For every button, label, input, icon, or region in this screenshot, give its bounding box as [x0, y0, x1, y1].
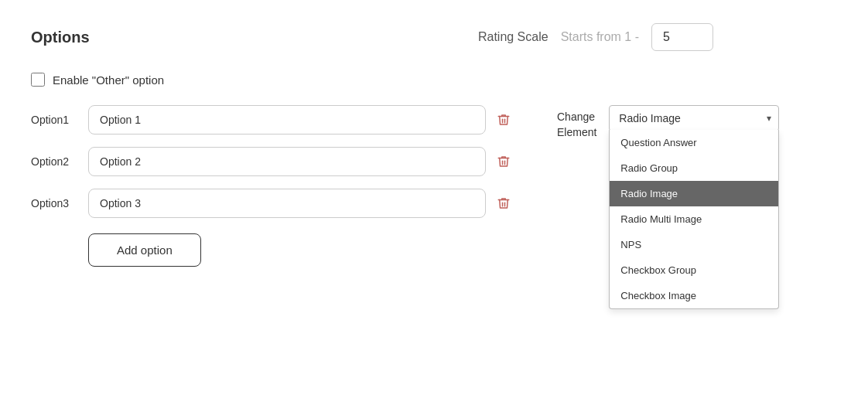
rating-scale-label: Rating Scale: [478, 30, 548, 44]
starts-from-label: Starts from 1 -: [561, 30, 639, 44]
option-input-1[interactable]: [88, 105, 486, 134]
element-select-wrapper: Question AnswerRadio GroupRadio ImageRad…: [609, 105, 779, 131]
option-label-1: Option1: [31, 114, 77, 126]
right-panel: ChangeElement Question AnswerRadio Group…: [557, 105, 779, 267]
element-select[interactable]: Question AnswerRadio GroupRadio ImageRad…: [609, 105, 779, 131]
dropdown-item[interactable]: Question Answer: [610, 130, 778, 155]
options-title: Options: [31, 29, 90, 46]
delete-option-1-button[interactable]: [497, 113, 511, 127]
option-input-2[interactable]: [88, 147, 486, 176]
option-label-2: Option2: [31, 155, 77, 168]
dropdown-item[interactable]: Checkbox Group: [610, 257, 778, 283]
add-option-button[interactable]: Add option: [88, 233, 201, 267]
option-label-3: Option3: [31, 197, 77, 209]
option-row: Option1: [31, 105, 511, 134]
dropdown-item[interactable]: NPS: [610, 232, 778, 257]
delete-option-2-button[interactable]: [497, 155, 511, 169]
option-row: Option2: [31, 147, 511, 176]
delete-option-3-button[interactable]: [497, 196, 511, 210]
enable-other-label: Enable "Other" option: [53, 73, 164, 87]
enable-other-checkbox[interactable]: [31, 73, 45, 87]
dropdown-item[interactable]: Radio Group: [610, 155, 778, 181]
rating-scale-input[interactable]: [651, 23, 713, 51]
option-row: Option3: [31, 189, 511, 218]
option-input-3[interactable]: [88, 189, 486, 218]
options-panel: Option1Option2Option3 Add option: [31, 105, 511, 267]
dropdown-list: Question AnswerRadio GroupRadio ImageRad…: [609, 130, 779, 309]
change-element-label: ChangeElement: [557, 105, 596, 140]
dropdown-item[interactable]: Checkbox Image: [610, 283, 778, 308]
dropdown-item[interactable]: Radio Image: [610, 181, 778, 206]
dropdown-item[interactable]: Radio Multi Image: [610, 206, 778, 232]
